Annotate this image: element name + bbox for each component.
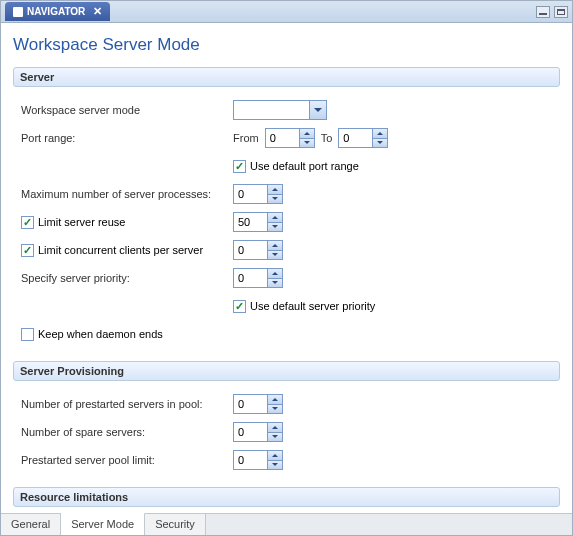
maximize-button[interactable] [554, 6, 568, 18]
limit-reuse-label: Limit server reuse [38, 216, 125, 228]
max-processes-label: Maximum number of server processes: [21, 188, 233, 200]
titlebar: NAVIGATOR ✕ [1, 1, 572, 23]
spinner-up-icon[interactable] [300, 129, 314, 139]
prestarted-spinner[interactable]: 0 [233, 394, 283, 414]
navigator-tab[interactable]: NAVIGATOR ✕ [5, 2, 110, 21]
limit-reuse-spinner[interactable]: 50 [233, 212, 283, 232]
pool-limit-value[interactable]: 0 [234, 451, 267, 469]
section-provisioning: Number of prestarted servers in pool: 0 … [13, 389, 560, 487]
spinner-up-icon[interactable] [268, 269, 282, 279]
max-processes-value[interactable]: 0 [234, 185, 267, 203]
navigator-tab-label: NAVIGATOR [27, 6, 85, 17]
priority-value[interactable]: 0 [234, 269, 267, 287]
workspace-mode-dropdown[interactable] [233, 100, 327, 120]
spinner-up-icon[interactable] [268, 451, 282, 461]
spinner-up-icon[interactable] [373, 129, 387, 139]
spinner-down-icon[interactable] [268, 461, 282, 470]
max-processes-spinner[interactable]: 0 [233, 184, 283, 204]
prestarted-label: Number of prestarted servers in pool: [21, 398, 233, 410]
priority-spinner[interactable]: 0 [233, 268, 283, 288]
spinner-down-icon[interactable] [268, 223, 282, 232]
limit-concurrent-spinner[interactable]: 0 [233, 240, 283, 260]
spinner-up-icon[interactable] [268, 185, 282, 195]
section-header-server: Server [13, 67, 560, 87]
limit-concurrent-checkbox[interactable] [21, 244, 34, 257]
bottom-tabs: General Server Mode Security [1, 513, 572, 535]
tab-security[interactable]: Security [145, 514, 206, 535]
use-default-port-label: Use default port range [250, 160, 359, 172]
pool-limit-label: Prestarted server pool limit: [21, 454, 233, 466]
spare-value[interactable]: 0 [234, 423, 267, 441]
spinner-up-icon[interactable] [268, 423, 282, 433]
spinner-down-icon[interactable] [268, 433, 282, 442]
limit-concurrent-value[interactable]: 0 [234, 241, 267, 259]
port-to-value[interactable]: 0 [339, 129, 372, 147]
port-from-spinner[interactable]: 0 [265, 128, 315, 148]
spinner-up-icon[interactable] [268, 213, 282, 223]
navigator-tab-icon [13, 7, 23, 17]
use-default-priority-label: Use default server priority [250, 300, 375, 312]
spinner-down-icon[interactable] [268, 405, 282, 414]
spinner-down-icon[interactable] [268, 195, 282, 204]
keep-daemon-checkbox[interactable] [21, 328, 34, 341]
tab-server-mode[interactable]: Server Mode [61, 513, 145, 535]
tab-general[interactable]: General [1, 514, 61, 535]
chevron-down-icon[interactable] [309, 101, 326, 119]
spare-label: Number of spare servers: [21, 426, 233, 438]
limit-concurrent-label: Limit concurrent clients per server [38, 244, 203, 256]
port-range-label: Port range: [21, 132, 233, 144]
section-header-resource: Resource limitations [13, 487, 560, 507]
spare-spinner[interactable]: 0 [233, 422, 283, 442]
spinner-up-icon[interactable] [268, 395, 282, 405]
to-label: To [321, 132, 333, 144]
section-header-provisioning: Server Provisioning [13, 361, 560, 381]
spinner-down-icon[interactable] [373, 139, 387, 148]
close-icon[interactable]: ✕ [93, 5, 102, 18]
prestarted-value[interactable]: 0 [234, 395, 267, 413]
spinner-up-icon[interactable] [268, 241, 282, 251]
limit-reuse-checkbox[interactable] [21, 216, 34, 229]
priority-label: Specify server priority: [21, 272, 233, 284]
section-server: Workspace server mode Port range: From 0… [13, 95, 560, 361]
port-from-value[interactable]: 0 [266, 129, 299, 147]
minimize-button[interactable] [536, 6, 550, 18]
page-title: Workspace Server Mode [13, 35, 560, 55]
spinner-down-icon[interactable] [300, 139, 314, 148]
spinner-down-icon[interactable] [268, 279, 282, 288]
port-to-spinner[interactable]: 0 [338, 128, 388, 148]
window-controls [536, 6, 568, 18]
pool-limit-spinner[interactable]: 0 [233, 450, 283, 470]
use-default-priority-checkbox[interactable] [233, 300, 246, 313]
content-area: Workspace Server Mode Server Workspace s… [1, 23, 572, 513]
keep-daemon-label: Keep when daemon ends [38, 328, 163, 340]
workspace-mode-label: Workspace server mode [21, 104, 233, 116]
limit-reuse-value[interactable]: 50 [234, 213, 267, 231]
from-label: From [233, 132, 259, 144]
use-default-port-checkbox[interactable] [233, 160, 246, 173]
spinner-down-icon[interactable] [268, 251, 282, 260]
